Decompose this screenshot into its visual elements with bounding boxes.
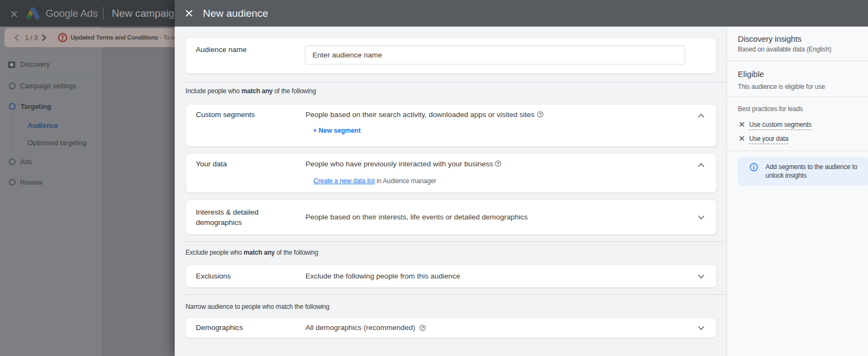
svg-text:?: ?: [539, 112, 541, 117]
svg-text:?: ?: [496, 161, 499, 166]
svg-text:?: ?: [421, 325, 424, 331]
